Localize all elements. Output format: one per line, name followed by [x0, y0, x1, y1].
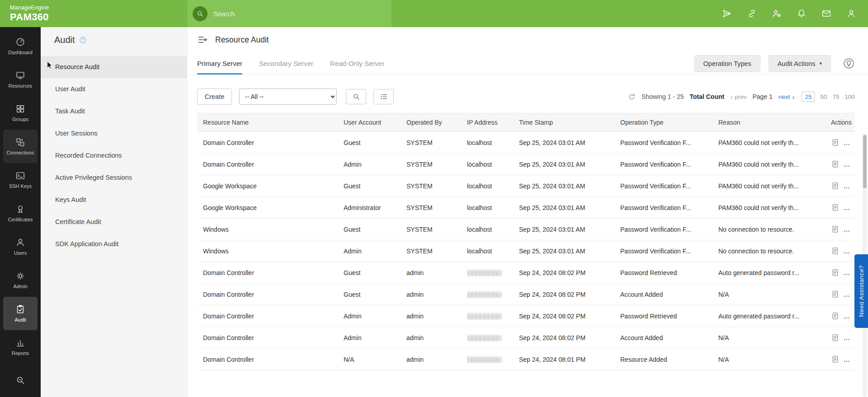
- table-row[interactable]: Domain ControllerGuestadminSep 24, 2024 …: [197, 284, 855, 305]
- audit-nav-resource-audit[interactable]: Resource Audit: [41, 56, 187, 78]
- operation-types-button[interactable]: Operation Types: [694, 55, 760, 72]
- page-size-75[interactable]: 75: [832, 93, 839, 100]
- next-page-button[interactable]: next ›: [778, 93, 795, 100]
- record-details-icon[interactable]: [831, 182, 840, 190]
- brand-logo[interactable]: ManageEngine PAM360: [0, 0, 187, 27]
- page-size-100[interactable]: 100: [844, 93, 855, 100]
- table-row[interactable]: Domain ControllerAdminadminSep 24, 2024 …: [197, 305, 855, 327]
- record-details-icon[interactable]: [831, 160, 840, 168]
- sidebar-item-resources[interactable]: Resources: [3, 63, 38, 96]
- tips-icon[interactable]: [843, 57, 855, 70]
- sidebar-item-connections[interactable]: Connections: [3, 130, 38, 163]
- reason-cell: No connection to resource.: [718, 226, 831, 233]
- scrollbar-thumb[interactable]: [863, 135, 867, 188]
- column-header-operation-type[interactable]: Operation Type: [620, 119, 718, 126]
- table-row[interactable]: Domain ControllerAdminadminSep 24, 2024 …: [197, 327, 855, 349]
- table-row[interactable]: Domain ControllerGuestadminSep 24, 2024 …: [197, 262, 855, 284]
- sidebar-item-admin[interactable]: Admin: [3, 263, 38, 297]
- record-details-icon[interactable]: [831, 355, 840, 364]
- more-actions-icon[interactable]: ...: [844, 291, 850, 298]
- more-actions-icon[interactable]: ...: [844, 139, 850, 146]
- search-icon[interactable]: [193, 6, 208, 21]
- audit-nav-keys-audit[interactable]: Keys Audit: [41, 189, 187, 211]
- refresh-icon[interactable]: [628, 93, 636, 101]
- redacted-ip: [467, 335, 501, 341]
- more-actions-icon[interactable]: ...: [844, 313, 850, 320]
- column-header-time-stamp[interactable]: Time Stamp: [519, 119, 620, 126]
- user-gear-icon[interactable]: [772, 9, 782, 19]
- table-row[interactable]: Google WorkspaceGuestSYSTEMlocalhostSep …: [197, 175, 855, 197]
- need-assistance-tab[interactable]: Need Assistance?: [854, 254, 868, 328]
- more-actions-icon[interactable]: ...: [844, 161, 850, 168]
- column-header-ip-address[interactable]: IP Address: [467, 119, 519, 126]
- reason-cell: PAM360 could not verify th...: [718, 204, 831, 211]
- profile-icon[interactable]: [846, 9, 856, 19]
- record-details-icon[interactable]: [831, 225, 840, 234]
- tab-primary-server[interactable]: Primary Server: [197, 52, 242, 75]
- audit-nav-sdk-application-audit[interactable]: SDK Application Audit: [41, 233, 187, 255]
- column-header-user-account[interactable]: User Account: [344, 119, 406, 126]
- more-actions-icon[interactable]: ...: [844, 204, 850, 211]
- resource-name-cell: Domain Controller: [197, 161, 344, 168]
- sidebar-item-label: Connections: [6, 150, 34, 155]
- tab-secondary-server[interactable]: Secondary Server: [259, 52, 313, 75]
- audit-nav-recorded-connections[interactable]: Recorded Connections: [41, 145, 187, 167]
- record-details-icon[interactable]: [831, 268, 840, 277]
- total-count-link[interactable]: Total Count: [689, 93, 724, 100]
- table-search-button[interactable]: [346, 89, 366, 104]
- more-actions-icon[interactable]: ...: [844, 182, 850, 190]
- audit-actions-button[interactable]: Audit Actions ▾: [769, 55, 831, 72]
- more-actions-icon[interactable]: ...: [844, 269, 850, 276]
- audit-nav-user-audit[interactable]: User Audit: [41, 78, 187, 100]
- sidebar-item-groups[interactable]: Groups: [3, 96, 38, 130]
- sidebar-item-reports[interactable]: Reports: [3, 330, 38, 364]
- prev-page-button[interactable]: ‹ prev: [730, 93, 746, 100]
- record-details-icon[interactable]: [831, 333, 840, 342]
- record-details-icon[interactable]: [831, 203, 840, 212]
- create-button[interactable]: Create: [197, 89, 232, 105]
- more-actions-icon[interactable]: ...: [844, 334, 850, 341]
- table-row[interactable]: Domain ControllerAdminSYSTEMlocalhostSep…: [197, 154, 855, 175]
- table-row[interactable]: Domain ControllerN/AadminSep 24, 2024 08…: [197, 349, 855, 370]
- mail-icon[interactable]: [821, 9, 831, 19]
- record-details-icon[interactable]: [831, 247, 840, 255]
- table-row[interactable]: WindowsAdminSYSTEMlocalhostSep 25, 2024 …: [197, 240, 855, 262]
- sidebar-item-dashboard[interactable]: Dashboard: [3, 29, 38, 63]
- record-details-icon[interactable]: [831, 312, 840, 320]
- search-input[interactable]: [208, 0, 387, 27]
- column-header-actions[interactable]: Actions: [831, 119, 855, 126]
- table-row[interactable]: WindowsGuestSYSTEMlocalhostSep 25, 2024 …: [197, 219, 855, 240]
- operation-filter-select[interactable]: -- All --: [239, 89, 337, 105]
- audit-nav-active-privileged-sessions[interactable]: Active Privileged Sessions: [41, 167, 187, 189]
- more-actions-icon[interactable]: ...: [844, 356, 850, 363]
- sidebar-item-certificates[interactable]: Certificates: [3, 196, 38, 230]
- help-icon[interactable]: [79, 36, 87, 44]
- column-header-resource-name[interactable]: Resource Name: [197, 119, 344, 126]
- more-actions-icon[interactable]: ...: [844, 226, 850, 233]
- link-icon[interactable]: [747, 9, 757, 19]
- bell-icon[interactable]: [797, 9, 807, 19]
- record-details-icon[interactable]: [831, 138, 840, 147]
- sidebar-item-audit[interactable]: Audit: [3, 297, 38, 330]
- tab-read-only-server[interactable]: Read-Only Server: [330, 52, 384, 75]
- page-size-50[interactable]: 50: [820, 93, 827, 100]
- audit-nav-user-sessions[interactable]: User Sessions: [41, 122, 187, 145]
- table-row[interactable]: Google WorkspaceAdministratorSYSTEMlocal…: [197, 197, 855, 219]
- table-row[interactable]: Domain ControllerGuestSYSTEMlocalhostSep…: [197, 132, 855, 154]
- audit-nav-task-audit[interactable]: Task Audit: [41, 100, 187, 122]
- collapse-sidebar-icon[interactable]: [197, 34, 208, 46]
- column-header-operated-by[interactable]: Operated By: [406, 119, 467, 126]
- sidebar-item-users[interactable]: Users: [3, 230, 38, 263]
- actions-cell: ...: [831, 247, 855, 255]
- column-header-reason[interactable]: Reason: [718, 119, 831, 126]
- ip-address-cell: localhost: [467, 226, 519, 233]
- launch-icon[interactable]: [722, 9, 732, 19]
- sidebar-item-ssh-keys[interactable]: SSH Keys: [3, 163, 38, 196]
- record-details-icon[interactable]: [831, 290, 840, 299]
- actions-cell: ...: [831, 268, 855, 277]
- column-chooser-button[interactable]: [373, 89, 394, 104]
- sidebar-item-explore[interactable]: [3, 364, 38, 397]
- page-size-25[interactable]: 25: [802, 92, 815, 102]
- audit-nav-certificate-audit[interactable]: Certificate Audit: [41, 211, 187, 233]
- more-actions-icon[interactable]: ...: [844, 248, 850, 255]
